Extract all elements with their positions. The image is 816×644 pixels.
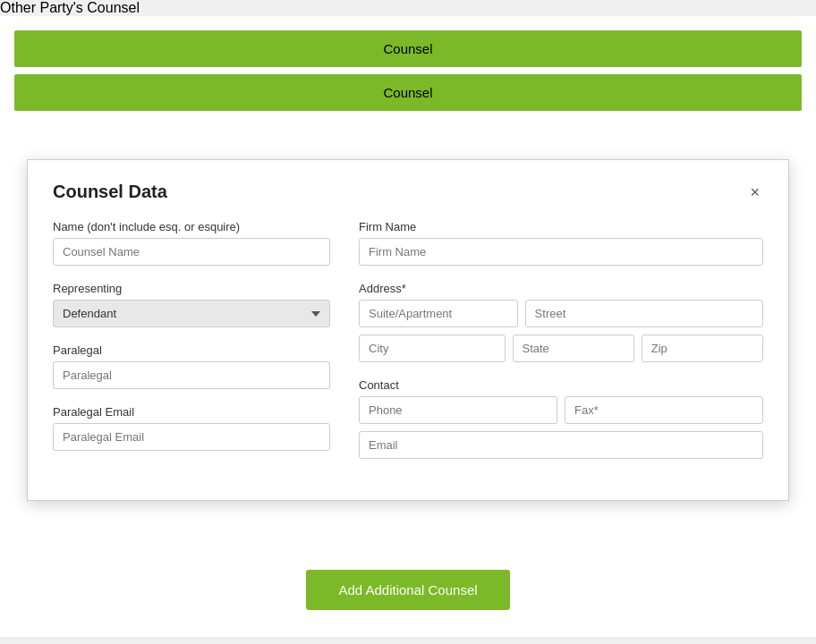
paralegal-input[interactable] — [53, 361, 330, 389]
address-label: Address* — [359, 282, 763, 295]
suite-input[interactable] — [359, 300, 518, 327]
phone-input[interactable] — [359, 396, 557, 424]
fax-input[interactable] — [565, 396, 763, 424]
close-button[interactable]: × — [746, 184, 763, 200]
counsel-bar-2[interactable]: Counsel — [14, 74, 802, 111]
name-label: Name (don't include esq. or esquire) — [53, 220, 330, 233]
email-input[interactable] — [359, 431, 763, 459]
street-input[interactable] — [525, 300, 763, 327]
city-input[interactable] — [359, 335, 506, 362]
counsel-data-modal: Counsel Data × Name (don't include esq. … — [27, 159, 789, 501]
counsel-name-input[interactable] — [53, 238, 330, 266]
zip-input[interactable] — [642, 335, 763, 362]
contact-label: Contact — [359, 378, 763, 392]
firm-name-label: Firm Name — [359, 220, 763, 233]
paralegal-email-label: Paralegal Email — [53, 405, 330, 419]
counsel-bar-1[interactable]: Counsel — [14, 30, 802, 67]
state-input[interactable] — [513, 335, 634, 362]
representing-select[interactable]: Plaintiff Defendant Other — [53, 300, 330, 327]
paralegal-label: Paralegal — [53, 343, 330, 357]
paralegal-email-input[interactable] — [53, 423, 330, 451]
representing-label: Representing — [53, 282, 330, 295]
firm-name-input[interactable] — [359, 238, 763, 266]
page-title: Other Party's Counsel — [0, 0, 816, 16]
add-additional-counsel-button[interactable]: Add Additional Counsel — [306, 570, 509, 610]
modal-title: Counsel Data — [53, 182, 167, 202]
